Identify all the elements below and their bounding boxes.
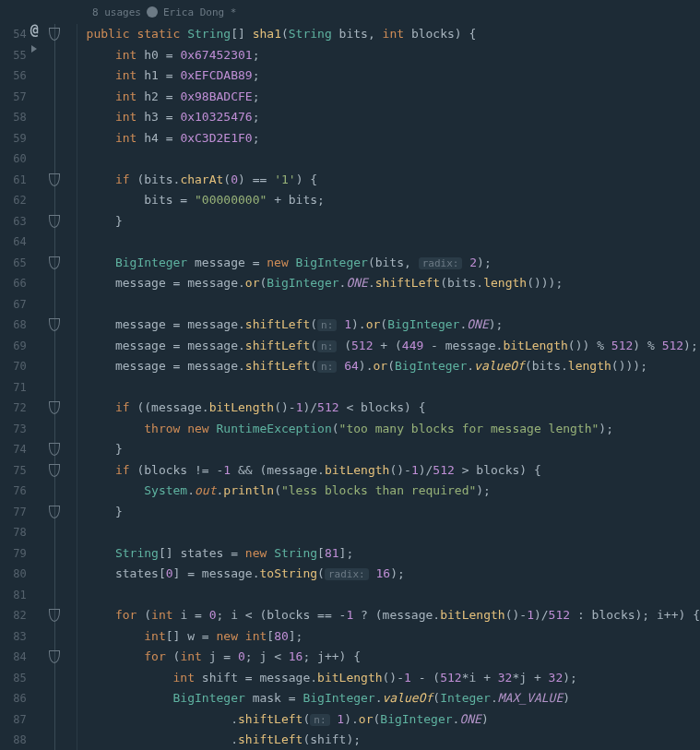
- code-line[interactable]: message = message.shiftLeft(n: 64).or(Bi…: [87, 356, 700, 377]
- line-number[interactable]: 82: [0, 605, 27, 626]
- line-number-gutter[interactable]: 5455565758596061626364656667686970717273…: [0, 24, 32, 750]
- line-number[interactable]: 61: [0, 170, 27, 191]
- fold-icon[interactable]: [48, 28, 61, 41]
- code-line[interactable]: if (bits.charAt(0) == '1') {: [87, 170, 700, 191]
- author-hint[interactable]: Erica Dong *: [163, 6, 236, 18]
- line-number[interactable]: 65: [0, 253, 27, 274]
- line-number[interactable]: 77: [0, 502, 27, 523]
- code-line[interactable]: String[] states = new String[81];: [87, 543, 700, 565]
- line-number[interactable]: 74: [0, 439, 27, 460]
- code-line[interactable]: int h1 = 0xEFCDAB89;: [87, 65, 700, 87]
- line-number[interactable]: 60: [0, 149, 27, 170]
- code-line[interactable]: int h0 = 0x67452301;: [87, 45, 700, 66]
- code-line[interactable]: for (int i = 0; i < (blocks == -1 ? (mes…: [87, 605, 700, 626]
- line-number[interactable]: 63: [0, 211, 27, 232]
- line-number[interactable]: 86: [0, 688, 27, 709]
- fold-icon[interactable]: [48, 318, 61, 331]
- line-number[interactable]: 59: [0, 128, 27, 149]
- line-number[interactable]: 88: [0, 730, 27, 750]
- code-line[interactable]: if ((message.bitLength()-1)/512 < blocks…: [87, 398, 700, 419]
- code-line[interactable]: System.out.println("less blocks than req…: [87, 481, 700, 502]
- code-line[interactable]: message = message.shiftLeft(n: 1).or(Big…: [87, 315, 700, 336]
- fold-icon[interactable]: [48, 173, 61, 186]
- annotation-icon[interactable]: @: [30, 24, 39, 39]
- code-line[interactable]: int h3 = 0x10325476;: [87, 107, 700, 128]
- code-line[interactable]: for (int j = 0; j < 16; j++) {: [87, 647, 700, 668]
- line-number[interactable]: 87: [0, 709, 27, 731]
- marker-gutter[interactable]: @: [32, 24, 77, 750]
- line-number[interactable]: 79: [0, 543, 27, 565]
- code-line[interactable]: }: [87, 439, 700, 460]
- line-number[interactable]: 55: [0, 45, 27, 66]
- fold-icon[interactable]: [48, 609, 61, 622]
- code-line[interactable]: message = message.shiftLeft(n: (512 + (4…: [87, 336, 700, 357]
- line-number[interactable]: 72: [0, 398, 27, 419]
- line-number[interactable]: 58: [0, 107, 27, 128]
- line-number[interactable]: 83: [0, 626, 27, 648]
- code-line[interactable]: [87, 232, 700, 253]
- line-number[interactable]: 80: [0, 564, 27, 585]
- line-number[interactable]: 69: [0, 336, 27, 357]
- line-number[interactable]: 66: [0, 273, 27, 294]
- usages-hint[interactable]: 8 usages: [92, 6, 141, 18]
- code-line[interactable]: public static String[] sha1(String bits,…: [87, 24, 700, 45]
- code-line[interactable]: message = message.or(BigInteger.ONE.shif…: [87, 273, 700, 294]
- line-number[interactable]: 67: [0, 294, 27, 315]
- fold-icon[interactable]: [48, 401, 61, 414]
- fold-icon[interactable]: [48, 650, 61, 663]
- fold-icon[interactable]: [48, 256, 61, 269]
- code-line[interactable]: int h2 = 0x98BADCFE;: [87, 87, 700, 108]
- code-line[interactable]: [87, 377, 700, 399]
- fold-icon[interactable]: [48, 506, 61, 518]
- line-number[interactable]: 73: [0, 419, 27, 440]
- code-line[interactable]: [87, 522, 700, 543]
- code-line[interactable]: throw new RuntimeException("too many blo…: [87, 419, 700, 440]
- code-line[interactable]: int shift = message.bitLength()-1 - (512…: [87, 668, 700, 689]
- line-number[interactable]: 68: [0, 315, 27, 336]
- fold-icon[interactable]: [48, 464, 61, 477]
- code-line[interactable]: BigInteger message = new BigInteger(bits…: [87, 253, 700, 274]
- line-number[interactable]: 85: [0, 668, 27, 689]
- inlay-header: 8 usages Erica Dong *: [0, 0, 700, 24]
- code-line[interactable]: }: [87, 502, 700, 523]
- run-icon[interactable]: [28, 42, 41, 55]
- fold-icon[interactable]: [48, 443, 61, 456]
- code-line[interactable]: [87, 149, 700, 170]
- code-line[interactable]: }: [87, 211, 700, 232]
- line-number[interactable]: 70: [0, 356, 27, 377]
- line-number[interactable]: 81: [0, 585, 27, 606]
- line-number[interactable]: 71: [0, 377, 27, 399]
- line-number[interactable]: 62: [0, 190, 27, 211]
- line-number[interactable]: 64: [0, 232, 27, 253]
- code-line[interactable]: [87, 585, 700, 606]
- code-line[interactable]: states[0] = message.toString(radix: 16);: [87, 564, 700, 585]
- avatar-icon: [147, 6, 158, 18]
- code-line[interactable]: int h4 = 0xC3D2E1F0;: [87, 128, 700, 149]
- code-line[interactable]: .shiftLeft(n: 1).or(BigInteger.ONE): [87, 709, 700, 731]
- line-number[interactable]: 84: [0, 647, 27, 668]
- code-line[interactable]: int[] w = new int[80];: [87, 626, 700, 648]
- code-line[interactable]: [87, 294, 700, 315]
- line-number[interactable]: 75: [0, 460, 27, 482]
- code-editor: 8 usages Erica Dong * 545556575859606162…: [0, 0, 700, 750]
- line-number[interactable]: 78: [0, 522, 27, 543]
- code-area[interactable]: public static String[] sha1(String bits,…: [77, 24, 700, 750]
- line-number[interactable]: 54: [0, 24, 27, 45]
- line-number[interactable]: 57: [0, 87, 27, 108]
- line-number[interactable]: 56: [0, 65, 27, 87]
- code-line[interactable]: BigInteger mask = BigInteger.valueOf(Int…: [87, 688, 700, 709]
- code-line[interactable]: bits = "00000000" + bits;: [87, 190, 700, 211]
- line-number[interactable]: 76: [0, 481, 27, 502]
- code-line[interactable]: .shiftLeft(shift);: [87, 730, 700, 750]
- code-line[interactable]: if (blocks != -1 && (message.bitLength()…: [87, 460, 700, 482]
- vcs-track-line: [54, 24, 55, 750]
- fold-icon[interactable]: [48, 215, 61, 228]
